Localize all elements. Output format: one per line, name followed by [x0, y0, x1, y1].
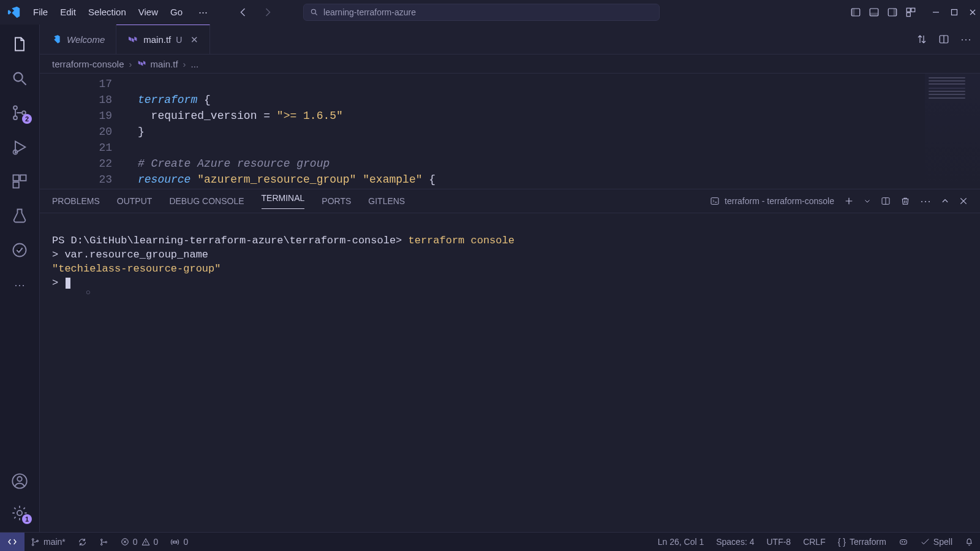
- panel-tab-terminal[interactable]: TERMINAL: [262, 193, 305, 209]
- window-close-icon[interactable]: [969, 9, 976, 16]
- maximize-panel-icon[interactable]: [941, 197, 949, 205]
- svg-point-30: [100, 544, 102, 545]
- tab-dirty-indicator: U: [176, 35, 182, 45]
- activity-explorer-icon[interactable]: [11, 36, 28, 53]
- title-bar: File Edit Selection View Go ⋯ learning-t…: [0, 0, 980, 25]
- status-copilot-icon[interactable]: [892, 537, 914, 547]
- status-sync-icon[interactable]: [72, 533, 93, 551]
- minimap[interactable]: [925, 74, 980, 184]
- svg-rect-16: [13, 175, 19, 181]
- toggle-panel-icon[interactable]: [869, 7, 880, 18]
- activity-todo-icon[interactable]: [11, 241, 28, 259]
- tab-more-icon[interactable]: ⋯: [960, 32, 971, 46]
- status-ports[interactable]: 0: [164, 533, 194, 551]
- status-cursor-position[interactable]: Ln 26, Col 1: [652, 537, 710, 547]
- menu-overflow-icon[interactable]: ⋯: [198, 7, 208, 18]
- customize-layout-icon[interactable]: [905, 7, 916, 18]
- menu-view[interactable]: View: [138, 7, 158, 18]
- svg-rect-9: [907, 13, 910, 17]
- activity-testing-icon[interactable]: [11, 207, 28, 224]
- svg-point-33: [174, 541, 176, 543]
- toggle-secondary-sidebar-icon[interactable]: [887, 7, 898, 18]
- terminal-gutter-marker-icon: ○: [86, 286, 91, 300]
- menu-go[interactable]: Go: [170, 7, 183, 18]
- status-spell[interactable]: Spell: [914, 537, 959, 547]
- split-editor-icon[interactable]: [938, 34, 949, 45]
- terminal-view[interactable]: PS D:\GitHub\learning-terraform-azure\te…: [40, 213, 980, 533]
- svg-point-36: [904, 541, 905, 542]
- svg-rect-2: [851, 9, 854, 16]
- close-panel-icon[interactable]: [959, 197, 968, 205]
- nav-back-icon[interactable]: [238, 7, 249, 18]
- svg-rect-10: [952, 10, 957, 15]
- tab-main-tf[interactable]: main.tf U ✕: [116, 25, 210, 54]
- status-indentation[interactable]: Spaces: 4: [710, 537, 760, 547]
- panel-tab-gitlens[interactable]: GITLENS: [368, 196, 405, 206]
- new-terminal-icon[interactable]: [844, 196, 854, 206]
- terminal-cursor: [66, 278, 70, 289]
- activity-source-control-icon[interactable]: 2: [11, 104, 28, 121]
- open-changes-icon[interactable]: [916, 34, 927, 45]
- activity-bar: 2 ⋯ 1: [0, 25, 40, 533]
- svg-rect-17: [20, 175, 26, 181]
- command-center[interactable]: learning-terraform-azure: [303, 4, 660, 21]
- svg-rect-4: [870, 13, 878, 16]
- tab-close-icon[interactable]: ✕: [190, 34, 198, 45]
- activity-extensions-icon[interactable]: [11, 173, 28, 190]
- spell-check-icon: [921, 538, 930, 547]
- breadcrumb[interactable]: terraform-console › main.tf › ...: [40, 55, 980, 74]
- terminal-line: > var.resource_group_name: [52, 249, 208, 260]
- panel-tab-debug-console[interactable]: DEBUG CONSOLE: [169, 196, 244, 206]
- svg-point-35: [902, 541, 903, 542]
- svg-rect-18: [13, 182, 19, 188]
- menu-file[interactable]: File: [33, 7, 48, 18]
- menu-selection[interactable]: Selection: [88, 7, 126, 18]
- breadcrumb-tail[interactable]: ...: [191, 59, 199, 69]
- status-language-mode[interactable]: { } Terraform: [832, 537, 892, 547]
- svg-point-13: [13, 116, 17, 120]
- tab-welcome[interactable]: Welcome: [40, 25, 116, 54]
- terraform-file-icon: [127, 35, 137, 45]
- svg-rect-34: [900, 540, 907, 544]
- panel-more-icon[interactable]: ⋯: [920, 194, 931, 208]
- menu-edit[interactable]: Edit: [60, 7, 76, 18]
- status-notifications-icon[interactable]: [959, 537, 980, 546]
- remote-indicator-icon[interactable]: [0, 533, 24, 551]
- toggle-primary-sidebar-icon[interactable]: [850, 7, 861, 18]
- svg-rect-24: [711, 198, 718, 205]
- nav-forward-icon[interactable]: [262, 7, 273, 18]
- panel-tab-output[interactable]: OUTPUT: [117, 196, 153, 206]
- svg-point-22: [17, 511, 22, 515]
- terminal-name[interactable]: terraform - terraform-console: [710, 196, 834, 206]
- activity-settings-icon[interactable]: 1: [11, 504, 28, 522]
- svg-point-27: [32, 544, 34, 545]
- panel-tab-ports[interactable]: PORTS: [322, 196, 351, 206]
- activity-more-icon[interactable]: ⋯: [14, 278, 25, 292]
- activity-run-debug-icon[interactable]: [11, 139, 28, 156]
- window-maximize-icon[interactable]: [951, 9, 958, 16]
- svg-rect-7: [907, 8, 910, 12]
- editor-tabs: Welcome main.tf U ✕ ⋯: [40, 25, 980, 55]
- braces-icon: { }: [838, 537, 846, 547]
- svg-point-12: [13, 106, 17, 110]
- status-gitgraph-icon[interactable]: [93, 533, 115, 551]
- window-minimize-icon[interactable]: [932, 9, 940, 16]
- panel-tab-problems[interactable]: PROBLEMS: [52, 196, 100, 206]
- terraform-file-icon: [137, 59, 146, 68]
- svg-point-21: [17, 477, 21, 481]
- panel-tabs: PROBLEMS OUTPUT DEBUG CONSOLE TERMINAL P…: [40, 189, 980, 213]
- svg-point-11: [14, 73, 23, 82]
- breadcrumb-folder[interactable]: terraform-console: [52, 59, 124, 69]
- status-encoding[interactable]: UTF-8: [760, 537, 797, 547]
- status-git-branch[interactable]: main*: [24, 533, 72, 551]
- activity-search-icon[interactable]: [11, 70, 28, 87]
- code-editor[interactable]: 17 18 19 20 21 22 23 terraform { require…: [40, 74, 980, 189]
- status-problems[interactable]: 0 0: [115, 533, 165, 551]
- activity-accounts-icon[interactable]: [11, 473, 28, 490]
- status-eol[interactable]: CRLF: [797, 537, 832, 547]
- terminal-dropdown-icon[interactable]: [864, 197, 871, 205]
- breadcrumb-file[interactable]: main.tf: [151, 59, 178, 69]
- code-content[interactable]: terraform { required_version = ">= 1.6.5…: [138, 74, 980, 189]
- split-terminal-icon[interactable]: [881, 196, 891, 206]
- kill-terminal-icon[interactable]: [900, 196, 910, 206]
